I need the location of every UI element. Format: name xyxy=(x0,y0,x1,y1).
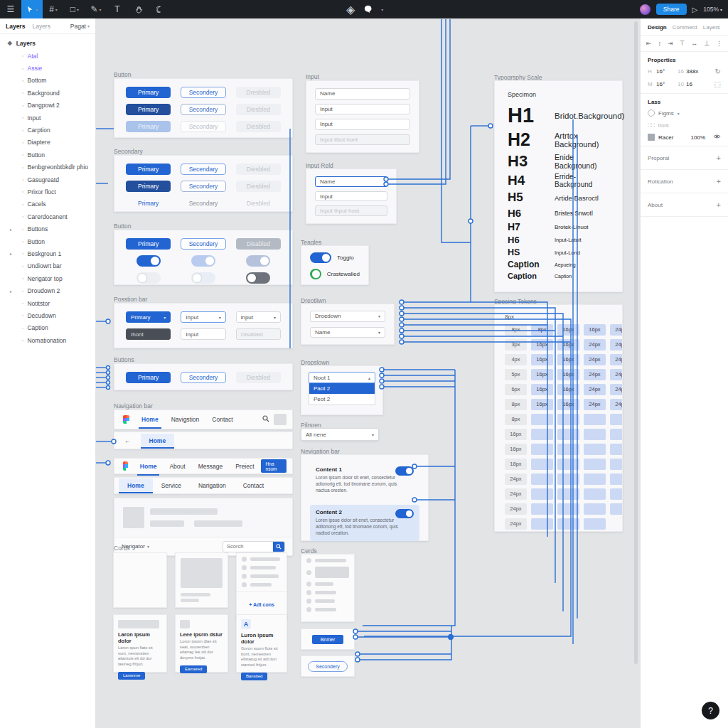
expand-arrow-icon[interactable]: ▸ xyxy=(10,227,14,232)
primary-button[interactable]: Primary xyxy=(126,104,171,115)
fill-row[interactable]: Figms ▾ xyxy=(648,109,721,117)
search-icon[interactable] xyxy=(262,415,269,424)
layer-item[interactable]: ▫ Button xyxy=(0,149,95,161)
text-card[interactable]: Laron ipsum dolor Laron spun flats sit s… xyxy=(113,614,167,673)
align-h-center-icon[interactable]: ↔ xyxy=(691,40,697,47)
layer-item[interactable]: ▫ Assie xyxy=(0,62,95,74)
toggle-off-dark[interactable] xyxy=(246,272,270,284)
dropdown-select-open[interactable]: Noot 1▴ xyxy=(309,372,375,383)
text-input[interactable]: Input xyxy=(181,328,225,340)
toggle-on[interactable] xyxy=(136,255,161,267)
height-field[interactable]: 16° xyxy=(656,81,675,87)
align-right-icon[interactable]: ⇥ xyxy=(668,40,673,47)
list-skeleton-card[interactable] xyxy=(301,554,355,622)
text-input[interactable]: Input xyxy=(315,104,410,115)
align-v-center-icon[interactable]: ↕ xyxy=(658,40,662,47)
fill-row[interactable]: ∷∷ Itork xyxy=(648,122,721,129)
pen-tool-icon[interactable]: ✎▾ xyxy=(85,0,107,18)
layer-item[interactable]: ▫ Caption xyxy=(0,322,95,334)
nav-link[interactable]: Contact xyxy=(212,416,232,423)
toggle-on-light[interactable] xyxy=(191,255,215,267)
primary-button[interactable]: Primary xyxy=(126,164,171,175)
nav-link[interactable]: Home xyxy=(141,416,159,423)
menu-icon[interactable]: ☰ xyxy=(0,0,21,18)
input-select[interactable]: Input▾ xyxy=(181,311,225,323)
secondary-button[interactable]: Secondery xyxy=(181,87,225,98)
back-arrow-icon[interactable]: ← xyxy=(124,437,131,444)
layers-root[interactable]: ❖ Layers xyxy=(0,34,95,50)
corner-radius-icon[interactable]: ⬚ xyxy=(714,80,721,88)
layer-item[interactable]: ▫ Cacels xyxy=(0,198,95,210)
share-button[interactable]: Share xyxy=(656,4,687,15)
bubble-icon[interactable] xyxy=(363,3,373,16)
search-input[interactable] xyxy=(223,543,273,550)
bubble-chevron-icon[interactable]: ▾ xyxy=(381,7,383,12)
page-selector[interactable]: Pagat▾ xyxy=(70,23,90,30)
tab-item[interactable]: Contact xyxy=(235,478,272,493)
zoom-control[interactable]: 105%▾ xyxy=(703,6,722,13)
layer-item[interactable]: ▫ Button xyxy=(0,235,95,247)
card-button[interactable]: Bansited xyxy=(241,673,267,680)
filter-select[interactable]: All nene▾ xyxy=(301,428,379,441)
align-top-icon[interactable]: ⊤ xyxy=(679,40,685,47)
design-canvas[interactable]: Button Primary Secondery Dresbled Primar… xyxy=(96,18,635,728)
primary-button[interactable]: Bnmer xyxy=(312,635,344,644)
text-input[interactable]: Name xyxy=(315,88,410,100)
dropdown-option[interactable]: Peot 2 xyxy=(309,394,375,405)
secondary-button[interactable]: Secondery xyxy=(308,661,347,672)
layer-item[interactable]: ▫ Nomationation xyxy=(0,334,95,346)
search-submit-icon[interactable] xyxy=(273,541,284,552)
card-button[interactable]: Lassnme xyxy=(118,672,145,680)
empty-card[interactable] xyxy=(113,552,167,608)
toggle-switch[interactable] xyxy=(310,252,331,263)
nav-link[interactable]: Home xyxy=(140,463,157,470)
add-icon[interactable]: + xyxy=(717,177,721,186)
dropdown-option-selected[interactable]: Paot 2 xyxy=(309,383,375,394)
primary-button[interactable]: Primary xyxy=(126,181,171,192)
nav-link[interactable]: Preiect xyxy=(235,463,254,470)
input-select[interactable]: input▾ xyxy=(236,311,281,323)
avatar[interactable] xyxy=(640,4,651,15)
tab-home[interactable]: Home xyxy=(141,434,175,448)
primary-button[interactable]: Primary xyxy=(126,372,171,383)
tab-layers-active[interactable]: Layers xyxy=(6,23,25,30)
primary-button[interactable]: Primary xyxy=(126,238,171,250)
toggle-switch[interactable] xyxy=(310,269,321,279)
secondary-button[interactable]: Secondery xyxy=(181,181,225,192)
expand-arrow-icon[interactable]: ▸ xyxy=(10,289,14,294)
tab-item[interactable]: Home xyxy=(119,478,153,493)
toggle-off[interactable] xyxy=(136,272,161,284)
rotate-icon[interactable]: ↻ xyxy=(715,68,721,75)
image-card[interactable] xyxy=(175,552,228,608)
text-tool-icon[interactable]: T xyxy=(107,0,128,18)
expand-arrow-icon[interactable]: ▸ xyxy=(10,251,14,256)
position-icon[interactable]: ◈ xyxy=(346,3,355,16)
frame-tool-icon[interactable]: #▾ xyxy=(43,0,64,18)
add-icon[interactable]: + xyxy=(717,154,721,162)
nav-link[interactable]: About xyxy=(169,463,185,470)
tab-item[interactable]: Service xyxy=(153,478,190,493)
secondary-button[interactable]: Secondery xyxy=(181,372,225,383)
layer-item[interactable]: ▫ Input xyxy=(0,112,95,124)
tab-layers-inactive[interactable]: Layers xyxy=(32,23,50,30)
layer-item[interactable]: ▫ Nerigator top xyxy=(0,272,95,284)
layer-item[interactable]: ▫ Carption xyxy=(0,124,95,136)
layer-item[interactable]: ▫ Undiowrt bar xyxy=(0,260,95,272)
cta-button[interactable]: Hna nsom xyxy=(261,459,287,473)
text-button[interactable]: Secondary xyxy=(181,198,225,209)
nav-link[interactable]: Message xyxy=(198,463,223,470)
text-input[interactable]: Input xyxy=(315,119,410,130)
layer-item[interactable]: ▸ ▫ Beskgroun 1 xyxy=(0,247,95,259)
comment-tool-icon[interactable] xyxy=(149,0,171,18)
secondary-button[interactable]: Secondary xyxy=(181,121,225,132)
panel-tab[interactable]: Layers xyxy=(703,24,720,31)
layer-item[interactable]: ▫ Diaptere xyxy=(0,136,95,149)
dropdown-select[interactable]: Droedown▾ xyxy=(310,311,385,322)
toggle-off-faint[interactable] xyxy=(191,272,215,284)
text-button[interactable]: Primary xyxy=(126,198,171,209)
toggle-switch[interactable] xyxy=(395,466,414,476)
layer-item[interactable]: ▫ Dangpowt 2 xyxy=(0,100,95,112)
layer-item[interactable]: ▫ Bottom xyxy=(0,75,95,87)
layer-item[interactable]: ▫ Background xyxy=(0,87,95,99)
canvas-scrollbar[interactable] xyxy=(634,21,638,664)
